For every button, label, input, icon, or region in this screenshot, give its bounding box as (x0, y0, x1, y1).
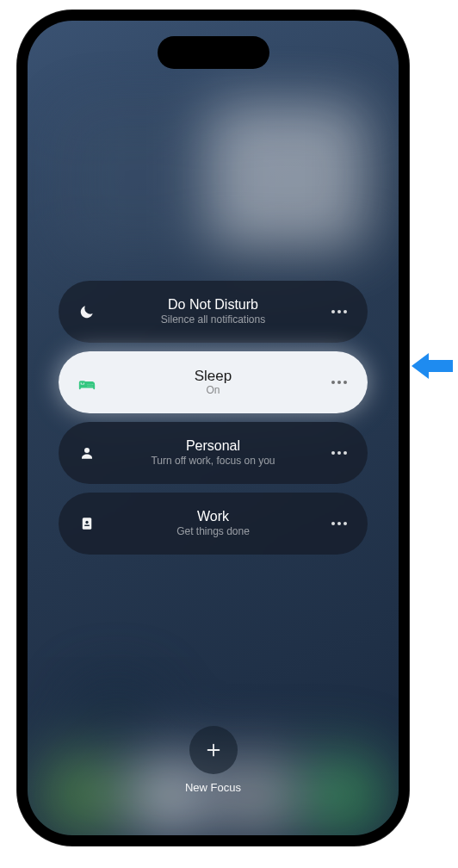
svg-rect-1 (84, 381, 93, 385)
new-focus: New Focus (28, 726, 399, 794)
phone-screen: Do Not Disturb Silence all notifications (28, 21, 399, 835)
new-focus-label: New Focus (185, 781, 241, 794)
more-button[interactable] (326, 310, 352, 313)
focus-subtitle: Turn off work, focus on you (151, 456, 275, 468)
callout-arrow-icon (410, 351, 455, 384)
focus-do-not-disturb[interactable]: Do Not Disturb Silence all notifications (59, 281, 368, 343)
more-button[interactable] (326, 451, 352, 455)
focus-label: Sleep On (100, 368, 326, 397)
plus-icon (204, 741, 223, 760)
new-focus-button[interactable] (189, 726, 238, 774)
svg-rect-4 (93, 385, 94, 388)
focus-work[interactable]: Work Get things done (59, 493, 368, 555)
focus-subtitle: Silence all notifications (161, 314, 265, 326)
focus-title: Personal (186, 438, 240, 454)
dynamic-island (158, 36, 269, 69)
svg-point-0 (81, 381, 84, 384)
focus-label: Work Get things done (100, 509, 326, 537)
focus-title: Work (197, 509, 229, 524)
focus-label: Do Not Disturb Silence all notifications (100, 297, 326, 326)
focus-list: Do Not Disturb Silence all notifications (59, 281, 368, 555)
svg-rect-2 (80, 385, 95, 387)
focus-sleep[interactable]: Sleep On (59, 351, 368, 413)
focus-title: Do Not Disturb (168, 297, 258, 313)
focus-personal[interactable]: Personal Turn off work, focus on you (59, 422, 368, 484)
moon-icon (74, 303, 100, 320)
focus-label: Personal Turn off work, focus on you (100, 438, 326, 467)
focus-title: Sleep (195, 368, 232, 385)
svg-point-7 (85, 521, 88, 524)
ellipsis-icon (331, 522, 347, 525)
person-icon (74, 445, 100, 461)
ellipsis-icon (331, 381, 347, 384)
more-button[interactable] (326, 381, 352, 384)
phone-frame: Do Not Disturb Silence all notifications (17, 10, 409, 846)
ellipsis-icon (331, 451, 347, 455)
bed-icon (74, 373, 100, 392)
svg-rect-8 (84, 525, 90, 527)
focus-subtitle: On (206, 385, 220, 397)
svg-rect-3 (80, 385, 81, 388)
svg-point-5 (84, 448, 90, 453)
more-button[interactable] (326, 522, 352, 525)
focus-subtitle: Get things done (176, 526, 250, 538)
badge-icon (74, 515, 100, 532)
ellipsis-icon (331, 310, 347, 313)
